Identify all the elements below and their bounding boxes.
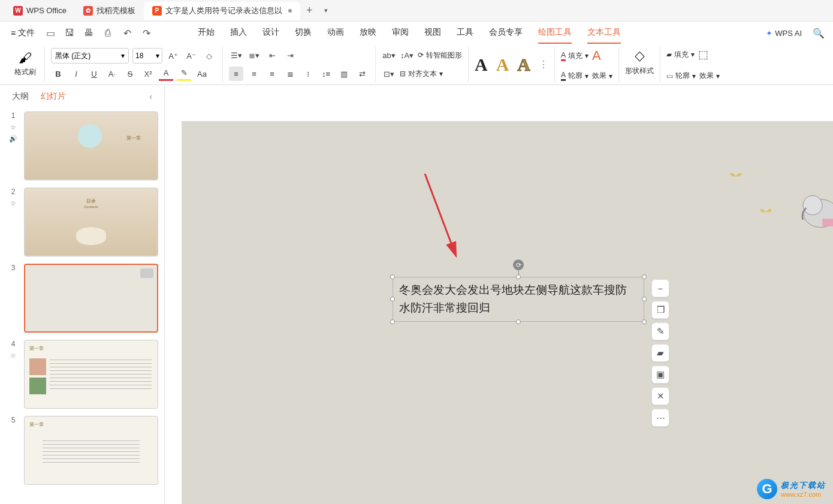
add-tab-button[interactable]: + bbox=[300, 4, 319, 17]
font-name-select[interactable]: 黑体 (正文) ▾ bbox=[51, 48, 129, 64]
file-menu-button[interactable]: ≡ 文件 bbox=[7, 25, 38, 41]
text-margin-icon[interactable]: ⊡▾ bbox=[382, 67, 396, 81]
text-box-content[interactable]: 冬奥会发大会发出号地块左侧导航这款车搜防水防汗非常搜回归 bbox=[399, 281, 638, 318]
float-collapse-button[interactable]: − bbox=[651, 279, 669, 297]
slide-thumb-2[interactable]: 2 ☆ 目录 Contents bbox=[0, 184, 164, 260]
align-text-button[interactable]: ⊟ 对齐文本 ▾ bbox=[400, 69, 443, 79]
wps-ai-button[interactable]: ✦ WPS AI bbox=[766, 29, 802, 38]
resize-handle-e[interactable] bbox=[642, 297, 647, 301]
float-more-button[interactable]: ⋯ bbox=[651, 409, 669, 427]
numbering-icon[interactable]: ≣▾ bbox=[247, 48, 261, 62]
new-icon[interactable]: ▭ bbox=[43, 26, 58, 40]
distribute-icon[interactable]: ⫶ bbox=[301, 67, 315, 81]
font-size-select[interactable]: 18 ▾ bbox=[132, 48, 162, 64]
float-layers-button[interactable]: ❒ bbox=[651, 301, 669, 319]
tab-current-doc[interactable]: P 文字是人类用符号记录表达信息以 bbox=[144, 2, 300, 20]
float-edit-button[interactable]: ✎ bbox=[651, 322, 669, 340]
increase-font-icon[interactable]: A⁺ bbox=[166, 49, 180, 63]
format-painter-button[interactable]: 🖌 格式刷 bbox=[12, 48, 38, 80]
side-tab-outline[interactable]: 大纲 bbox=[12, 91, 29, 102]
tab-view[interactable]: 视图 bbox=[424, 22, 441, 44]
tab-member[interactable]: 会员专享 bbox=[489, 22, 523, 44]
slide-thumb-4[interactable]: 4 ☆ 第一章 bbox=[0, 336, 164, 412]
text-effect-large[interactable]: A bbox=[592, 48, 601, 64]
increase-indent-icon[interactable]: ⇥ bbox=[283, 48, 297, 62]
decrease-font-icon[interactable]: A⁻ bbox=[184, 49, 198, 63]
wordart-style-1[interactable]: A bbox=[475, 55, 488, 75]
audio-icon: 🔊 bbox=[9, 135, 17, 143]
tab-slideshow[interactable]: 放映 bbox=[360, 22, 376, 44]
resize-handle-s[interactable] bbox=[516, 319, 521, 324]
resize-handle-w[interactable] bbox=[390, 297, 395, 301]
align-left-icon[interactable]: ≡ bbox=[229, 67, 243, 81]
superscript-icon[interactable]: X² bbox=[141, 67, 155, 81]
decrease-indent-icon[interactable]: ⇤ bbox=[265, 48, 279, 62]
resize-handle-nw[interactable] bbox=[390, 274, 395, 279]
italic-icon[interactable]: I bbox=[69, 67, 83, 81]
text-vertical-icon[interactable]: ↕A▾ bbox=[400, 48, 414, 62]
resize-handle-n[interactable] bbox=[516, 274, 521, 279]
tab-dropdown[interactable]: ▾ bbox=[318, 7, 334, 14]
slide-thumb-5[interactable]: 5 第一章 bbox=[0, 412, 164, 488]
slide-canvas[interactable]: ⟳ 冬奥会发大会发出号地块左侧导航这款车搜防水防汗非常搜回归 − ❒ ✎ ▰ ▣… bbox=[182, 121, 833, 504]
align-center-icon[interactable]: ≡ bbox=[247, 67, 261, 81]
text-outline-button[interactable]: A 轮廓 ▾ bbox=[561, 71, 588, 81]
shape-3d-button[interactable]: ⬚ bbox=[698, 48, 708, 61]
tab-wps-office[interactable]: W WPS Office bbox=[5, 2, 75, 19]
tab-design[interactable]: 设计 bbox=[262, 22, 279, 44]
tab-drawing-tools[interactable]: 绘图工具 bbox=[538, 22, 572, 44]
undo-icon[interactable]: ↶ bbox=[120, 26, 134, 40]
columns-icon[interactable]: ▥ bbox=[337, 67, 351, 81]
underline-icon[interactable]: U bbox=[87, 67, 101, 81]
save-icon[interactable]: 🖫 bbox=[62, 26, 77, 40]
font-color-icon[interactable]: A bbox=[159, 67, 173, 81]
resize-handle-ne[interactable] bbox=[642, 274, 647, 279]
resize-handle-se[interactable] bbox=[642, 319, 647, 324]
shape-outline-button[interactable]: ▭ 轮廓 ▾ bbox=[666, 71, 696, 81]
slide-thumb-3[interactable]: 3 bbox=[0, 260, 164, 336]
align-right-icon[interactable]: ≡ bbox=[265, 67, 279, 81]
bold-icon[interactable]: B bbox=[51, 67, 65, 81]
text-direction-icon[interactable]: ab▾ bbox=[382, 48, 396, 62]
preview-icon[interactable]: ⎙ bbox=[101, 26, 115, 40]
tab-review[interactable]: 审阅 bbox=[392, 22, 409, 44]
search-icon[interactable]: 🔍 bbox=[811, 26, 826, 40]
line-spacing-icon[interactable]: ↕≡ bbox=[319, 67, 333, 81]
clear-format-icon[interactable]: ◇ bbox=[202, 49, 216, 63]
text-effect-button[interactable]: 效果 ▾ bbox=[592, 71, 612, 81]
tab-tools[interactable]: 工具 bbox=[457, 22, 473, 44]
tab-text-tools[interactable]: 文本工具 bbox=[587, 22, 621, 44]
redo-icon[interactable]: ↷ bbox=[139, 26, 153, 40]
strike-icon[interactable]: S bbox=[123, 67, 137, 81]
change-case-icon[interactable]: Aa bbox=[195, 67, 209, 81]
wordart-style-2[interactable]: A bbox=[496, 55, 509, 75]
text-fill-button[interactable]: A 填充 ▾ bbox=[561, 51, 588, 61]
shape-style-button[interactable]: ◇ 形状样式 bbox=[625, 48, 654, 76]
text-direction-h-icon[interactable]: ⇄ bbox=[355, 67, 369, 81]
smart-shape-button[interactable]: ⟳ 转智能图形 bbox=[418, 50, 462, 61]
text-box[interactable]: ⟳ 冬奥会发大会发出号地块左侧导航这款车搜防水防汗非常搜回归 bbox=[393, 277, 644, 322]
pencil-icon: ✎ bbox=[657, 326, 665, 337]
align-justify-icon[interactable]: ≣ bbox=[283, 67, 297, 81]
highlight-icon[interactable]: ✎ bbox=[177, 67, 191, 81]
bullets-icon[interactable]: ☰▾ bbox=[229, 48, 243, 62]
float-tools-button[interactable]: ✕ bbox=[651, 387, 669, 405]
rotate-handle-icon[interactable]: ⟳ bbox=[513, 259, 524, 270]
tab-template[interactable]: ✿ 找稻壳模板 bbox=[75, 2, 144, 20]
tab-transition[interactable]: 切换 bbox=[295, 22, 312, 44]
shape-fill-button[interactable]: ▰ 填充 ▾ bbox=[666, 50, 695, 60]
tab-insert[interactable]: 插入 bbox=[230, 22, 247, 44]
side-tab-slides[interactable]: 幻灯片 bbox=[41, 91, 66, 102]
slide-thumb-1[interactable]: 1 ☆ 🔊 第一章 bbox=[0, 108, 164, 184]
collapse-panel-icon[interactable]: ‹ bbox=[149, 92, 152, 101]
tab-start[interactable]: 开始 bbox=[198, 22, 215, 44]
float-fill-button[interactable]: ▰ bbox=[651, 344, 669, 362]
float-frame-button[interactable]: ▣ bbox=[651, 366, 669, 384]
resize-handle-sw[interactable] bbox=[390, 319, 395, 324]
wordart-scroll-icon[interactable]: ⋮ bbox=[539, 59, 548, 70]
tab-animation[interactable]: 动画 bbox=[327, 22, 344, 44]
wordart-style-3[interactable]: A bbox=[517, 55, 530, 75]
print-icon[interactable]: 🖶 bbox=[82, 26, 96, 40]
shape-effect-button[interactable]: 效果 ▾ bbox=[699, 71, 720, 81]
emphasis-icon[interactable]: A· bbox=[105, 67, 119, 81]
